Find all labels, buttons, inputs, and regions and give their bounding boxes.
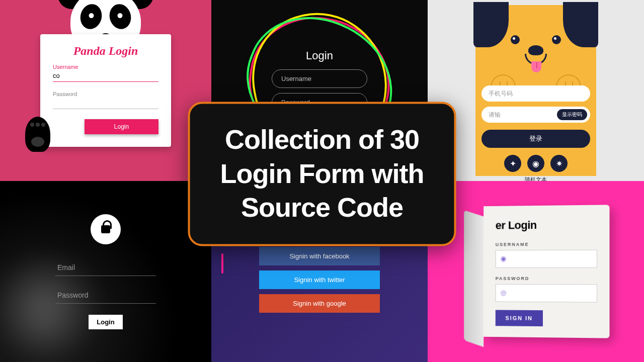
panda-login-preview: Panda Login Username Password Login bbox=[0, 0, 211, 181]
weibo-icon[interactable]: ◉ bbox=[527, 155, 544, 172]
username-label: USERNAME bbox=[496, 241, 597, 247]
footer-text: 随机文本 bbox=[481, 176, 590, 181]
facebook-signin-button[interactable]: Signin with facebook bbox=[259, 247, 380, 265]
headline-text: Collection of 30 Login Form with Source … bbox=[220, 123, 424, 224]
dark-login-preview: Login bbox=[0, 181, 211, 362]
username-input[interactable] bbox=[53, 70, 158, 82]
dog-login-preview: 显示密码 登录 ✦ ◉ ✷ 随机文本 bbox=[428, 0, 644, 181]
google-signin-button[interactable]: Signin with google bbox=[259, 294, 380, 313]
fold-title: er Login bbox=[496, 218, 597, 232]
email-input[interactable] bbox=[55, 259, 156, 276]
folded-login-preview: er Login USERNAME ◉ PASSWORD ◎ SIGN IN F… bbox=[428, 181, 644, 362]
password-label: PASSWORD bbox=[496, 276, 597, 281]
wechat-icon[interactable]: ✦ bbox=[504, 155, 521, 172]
username-input[interactable] bbox=[272, 69, 367, 88]
lock-icon bbox=[91, 214, 121, 244]
username-label: Username bbox=[53, 64, 158, 70]
login-button[interactable]: 登录 bbox=[481, 130, 590, 148]
show-password-button[interactable]: 显示密码 bbox=[557, 109, 587, 120]
dog-ear-icon bbox=[473, 2, 509, 47]
password-input[interactable] bbox=[496, 284, 597, 303]
neon-title: Login bbox=[272, 49, 367, 62]
dog-snout-icon bbox=[525, 45, 547, 65]
panda-title: Panda Login bbox=[53, 44, 158, 58]
dog-eye-icon bbox=[552, 35, 561, 44]
password-label: Password bbox=[53, 91, 158, 97]
headline-banner: Collection of 30 Login Form with Source … bbox=[188, 102, 456, 246]
login-button[interactable]: Login bbox=[89, 315, 122, 329]
paw-social-icon[interactable]: ✷ bbox=[550, 155, 568, 172]
password-input[interactable] bbox=[55, 287, 156, 304]
twitter-signin-button[interactable]: Signin with twitter bbox=[259, 270, 380, 289]
user-icon: ◉ bbox=[501, 254, 507, 262]
login-button[interactable]: Login bbox=[85, 119, 158, 134]
phone-input[interactable] bbox=[481, 85, 590, 102]
fingerprint-icon: ◎ bbox=[501, 289, 507, 297]
signin-button[interactable]: SIGN IN bbox=[496, 310, 543, 326]
dog-ear-icon bbox=[563, 2, 598, 47]
password-input[interactable] bbox=[53, 97, 158, 109]
dog-eye-icon bbox=[511, 35, 520, 44]
username-input[interactable] bbox=[496, 250, 597, 268]
panda-paw-icon bbox=[25, 117, 50, 152]
